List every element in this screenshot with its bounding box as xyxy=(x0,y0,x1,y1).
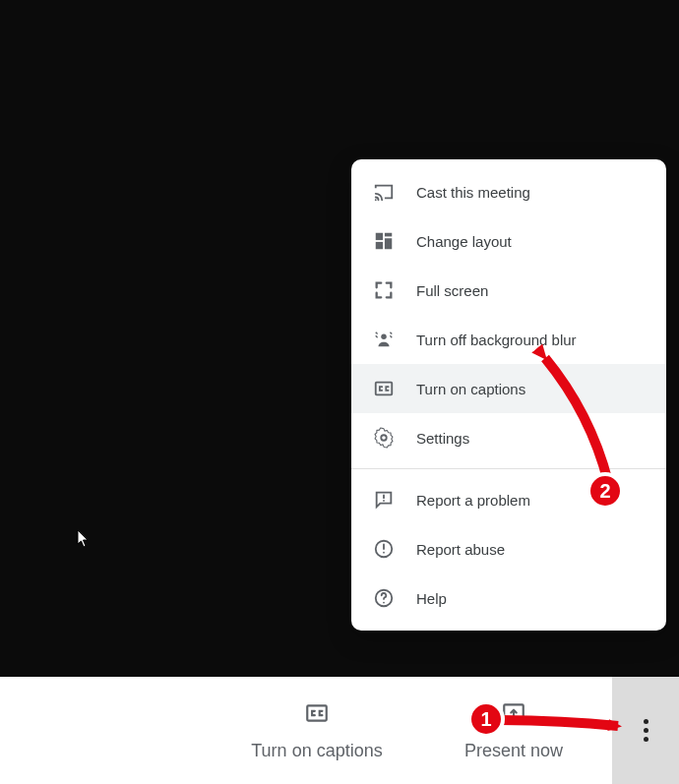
svg-rect-0 xyxy=(307,705,327,720)
menu-item-settings[interactable]: Settings xyxy=(351,413,666,462)
feedback-icon xyxy=(373,489,395,511)
menu-item-report-abuse[interactable]: Report abuse xyxy=(351,524,666,573)
layout-icon xyxy=(373,230,395,252)
menu-item-captions[interactable]: Turn on captions xyxy=(351,364,666,413)
cc-icon xyxy=(373,378,395,399)
help-icon xyxy=(373,587,395,609)
menu-separator xyxy=(351,468,666,469)
more-options-button[interactable] xyxy=(612,677,679,784)
present-label: Present now xyxy=(464,741,563,761)
alert-icon xyxy=(373,538,395,560)
gear-icon xyxy=(373,427,395,449)
menu-item-background-blur[interactable]: Turn off background blur xyxy=(351,315,666,364)
cc-icon xyxy=(304,700,330,731)
menu-item-label: Report abuse xyxy=(416,541,505,558)
menu-item-help[interactable]: Help xyxy=(351,573,666,623)
captions-button[interactable]: Turn on captions xyxy=(218,677,415,784)
bottom-bar: Turn on captions Present now xyxy=(0,677,679,784)
more-options-menu: Cast this meeting Change layout Full scr… xyxy=(351,159,666,631)
svg-rect-2 xyxy=(376,233,383,240)
fullscreen-icon xyxy=(373,279,395,301)
menu-item-label: Change layout xyxy=(416,233,512,250)
svg-point-6 xyxy=(381,334,387,340)
menu-item-label: Settings xyxy=(416,430,469,447)
menu-item-label: Cast this meeting xyxy=(416,184,530,201)
menu-item-cast[interactable]: Cast this meeting xyxy=(351,167,666,216)
present-icon xyxy=(501,700,526,731)
blur-icon xyxy=(373,329,395,350)
menu-item-label: Full screen xyxy=(416,282,488,299)
menu-item-fullscreen[interactable]: Full screen xyxy=(351,266,666,315)
menu-item-label: Help xyxy=(416,590,447,607)
menu-item-change-layout[interactable]: Change layout xyxy=(351,216,666,266)
menu-item-label: Turn on captions xyxy=(416,381,525,397)
svg-rect-3 xyxy=(385,233,392,237)
captions-label: Turn on captions xyxy=(251,741,382,761)
menu-item-label: Report a problem xyxy=(416,492,530,509)
present-button[interactable]: Present now xyxy=(415,677,612,784)
svg-point-8 xyxy=(381,435,387,441)
svg-rect-4 xyxy=(385,238,392,249)
svg-rect-5 xyxy=(376,242,383,249)
more-vertical-icon xyxy=(644,719,648,742)
svg-rect-7 xyxy=(376,383,393,395)
menu-item-label: Turn off background blur xyxy=(416,332,577,348)
menu-item-report-problem[interactable]: Report a problem xyxy=(351,475,666,524)
cast-icon xyxy=(373,181,395,203)
